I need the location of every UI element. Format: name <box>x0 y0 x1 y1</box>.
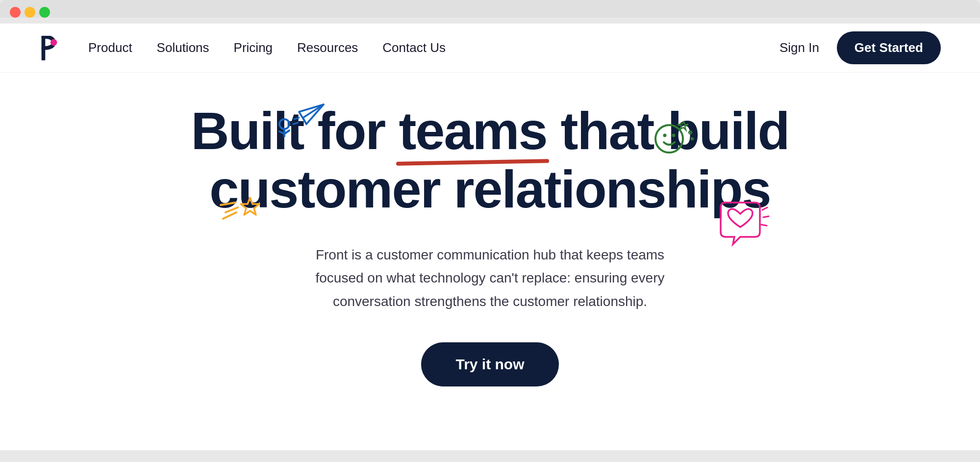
hero-description: Front is a customer communication hub th… <box>294 243 686 313</box>
hero-highlight-word: teams <box>399 102 547 160</box>
hero-title: Built for teams that build customer rela… <box>172 102 809 219</box>
hero-section: Built for teams that build customer rela… <box>0 73 980 426</box>
nav-links: Product Solutions Pricing Resources Cont… <box>88 40 779 55</box>
traffic-lights <box>10 7 970 18</box>
try-now-button[interactable]: Try it now <box>421 342 558 386</box>
close-button[interactable] <box>10 7 21 18</box>
svg-point-0 <box>50 39 57 45</box>
nav-solutions[interactable]: Solutions <box>157 40 209 55</box>
navbar: Product Solutions Pricing Resources Cont… <box>0 24 980 73</box>
maximize-button[interactable] <box>39 7 50 18</box>
nav-resources[interactable]: Resources <box>297 40 358 55</box>
logo[interactable] <box>39 36 59 60</box>
get-started-button[interactable]: Get Started <box>837 31 941 64</box>
sign-in-button[interactable]: Sign In <box>779 40 819 55</box>
nav-actions: Sign In Get Started <box>779 31 941 64</box>
minimize-button[interactable] <box>25 7 35 18</box>
hero-title-line2: customer relationships <box>209 159 770 219</box>
hero-title-wrapper: Built for teams that build customer rela… <box>172 102 809 219</box>
nav-pricing[interactable]: Pricing <box>234 40 273 55</box>
nav-contact[interactable]: Contact Us <box>382 40 446 55</box>
nav-product[interactable]: Product <box>88 40 132 55</box>
